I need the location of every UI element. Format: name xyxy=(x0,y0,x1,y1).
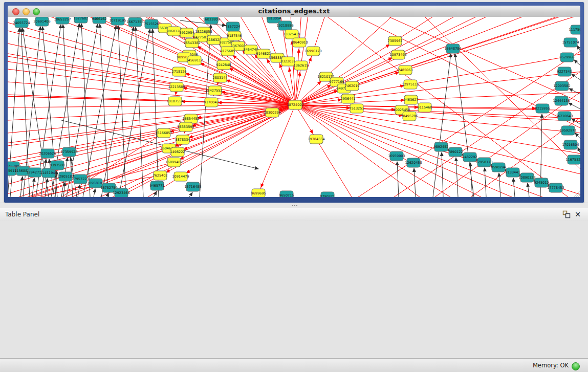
svg-text:14569117: 14569117 xyxy=(186,58,203,62)
network-canvas[interactable]: 2405572420691406106532571527602946616210… xyxy=(8,17,580,197)
network-node[interactable]: 20206526 xyxy=(39,149,56,158)
svg-text:9397588: 9397588 xyxy=(50,163,65,167)
network-node[interactable]: 16099489 xyxy=(165,158,182,167)
network-node[interactable]: 16033809 xyxy=(203,17,220,24)
network-node[interactable]: 9699695 xyxy=(251,189,266,197)
network-node[interactable]: 9650715 xyxy=(279,191,294,197)
network-node[interactable]: 9463627 xyxy=(404,95,419,104)
network-node[interactable]: 16854452 xyxy=(182,114,199,123)
memory-ok-indicator-icon[interactable] xyxy=(572,362,580,370)
canvas-resize-grip[interactable] xyxy=(574,191,580,196)
network-window-titlebar[interactable]: citations_edges.txt xyxy=(8,6,580,17)
network-node[interactable]: 15751074 xyxy=(562,38,579,47)
network-node[interactable]: 11675329 xyxy=(565,155,580,164)
network-node[interactable]: 12958173 xyxy=(475,158,492,167)
network-node[interactable]: 1527602 xyxy=(74,17,89,23)
svg-text:13325419: 13325419 xyxy=(283,32,300,36)
network-node[interactable]: 10890323 xyxy=(518,173,535,182)
network-node[interactable]: 17016504 xyxy=(562,140,579,149)
network-node[interactable]: 14569117 xyxy=(186,56,203,65)
network-node[interactable]: 9529966 xyxy=(560,53,575,62)
network-node[interactable]: 17957223 xyxy=(72,174,89,184)
network-node[interactable]: 7625402 xyxy=(153,171,168,180)
network-node[interactable]: 10107554 xyxy=(166,97,183,106)
svg-text:9699695: 9699695 xyxy=(251,191,266,195)
network-view-window[interactable]: citations_edges.txt 24055724206914061065… xyxy=(4,2,584,203)
network-node[interactable]: 13325419 xyxy=(283,30,300,39)
svg-text:17778453: 17778453 xyxy=(547,186,564,190)
network-node[interactable]: 16996170 xyxy=(304,47,321,56)
network-node[interactable]: 9892452 xyxy=(434,142,449,151)
network-node[interactable]: 8590294 xyxy=(491,163,506,172)
network-node[interactable]: 16671355 xyxy=(126,17,143,27)
network-node[interactable]: 7485063 xyxy=(398,65,413,75)
network-node[interactable]: 8215955 xyxy=(535,104,550,113)
network-node[interactable]: 7385967 xyxy=(388,36,403,46)
network-node[interactable]: 1362615 xyxy=(294,61,309,70)
network-node[interactable]: 5912954 xyxy=(180,28,194,37)
table-panel-body: ƒ(x) citations_edges.txt ▲▼ namein_degre… xyxy=(0,221,588,358)
network-node[interactable]: 9482292 xyxy=(463,152,477,162)
network-node[interactable]: 18300295 xyxy=(264,108,280,117)
network-node[interactable]: 19384554 xyxy=(308,135,324,144)
network-node[interactable]: 7513251 xyxy=(350,104,364,113)
network-node[interactable]: 9466162 xyxy=(92,17,107,24)
network-node[interactable]: 9227343 xyxy=(557,67,572,76)
network-node[interactable]: 8878334 xyxy=(176,135,190,144)
network-node[interactable]: 19218986 xyxy=(276,21,293,30)
close-panel-icon[interactable]: ✕ xyxy=(574,210,582,219)
network-node[interactable]: 16648784 xyxy=(444,44,461,53)
network-node[interactable]: 9245012 xyxy=(534,178,549,187)
network-node[interactable]: 9170042 xyxy=(204,98,219,107)
network-node[interactable]: 12093582 xyxy=(553,81,570,91)
application-window: citations_edges.txt 24055724206914061065… xyxy=(0,0,588,372)
network-node[interactable]: 9397588 xyxy=(50,161,65,170)
network-node[interactable]: 17778453 xyxy=(547,183,564,192)
network-node[interactable]: 10719195 xyxy=(109,17,126,25)
network-node[interactable]: 7462019 xyxy=(345,81,360,91)
network-node[interactable]: 9465771 xyxy=(150,181,165,190)
network-node[interactable]: 7857224 xyxy=(226,22,241,31)
network-node[interactable]: 18640910 xyxy=(291,38,308,47)
network-node[interactable]: 7890122 xyxy=(448,147,463,157)
network-node[interactable]: 10653257 xyxy=(54,17,71,24)
network-node[interactable]: 12620458 xyxy=(405,158,422,167)
network-node[interactable]: 12923468 xyxy=(113,188,129,197)
svg-text:10973493: 10973493 xyxy=(389,53,406,57)
network-hub-node[interactable]: 18724007 xyxy=(287,100,303,110)
network-node[interactable]: 19592971 xyxy=(559,126,576,135)
network-node[interactable]: 20691406 xyxy=(33,17,50,26)
network-node[interactable]: 11175074 xyxy=(569,25,580,34)
svg-text:16353594: 16353594 xyxy=(177,125,194,129)
network-node[interactable]: 9175685 xyxy=(221,47,235,56)
network-node[interactable]: 10973493 xyxy=(389,50,406,59)
network-node[interactable]: 16353594 xyxy=(177,122,194,132)
network-node[interactable]: 18495786 xyxy=(401,112,418,121)
network-node[interactable]: 17359928 xyxy=(60,147,77,157)
svg-text:12213589: 12213589 xyxy=(168,85,185,89)
network-node[interactable]: 12213589 xyxy=(168,82,185,92)
network-node[interactable]: 12444138 xyxy=(553,96,570,105)
network-node[interactable]: 2936441 xyxy=(341,94,356,103)
network-node[interactable]: 9242848 xyxy=(216,60,231,70)
network-node[interactable]: 2803144 xyxy=(213,73,228,82)
network-node[interactable]: 12975115 xyxy=(402,80,419,89)
network-node[interactable]: 9133441 xyxy=(506,168,520,177)
svg-text:16996170: 16996170 xyxy=(304,49,321,53)
network-node[interactable]: 7515526 xyxy=(144,19,159,29)
network-node[interactable]: 15716485 xyxy=(184,182,201,191)
float-panel-icon[interactable] xyxy=(562,210,571,218)
network-node[interactable]: 8427552 xyxy=(208,86,223,95)
network-node[interactable]: 1498222 xyxy=(170,147,185,157)
network-node[interactable]: 8790321 xyxy=(320,192,335,197)
network-node[interactable]: 15166857 xyxy=(155,128,172,138)
network-node[interactable]: 16210643 xyxy=(556,112,573,121)
network-node[interactable]: 16959003 xyxy=(388,151,405,161)
network-node[interactable]: 24055724 xyxy=(13,18,30,28)
network-node[interactable]: 10914479 xyxy=(172,172,189,181)
svg-text:16543382: 16543382 xyxy=(183,41,200,45)
network-node[interactable]: 9187546 xyxy=(227,31,242,40)
network-node[interactable]: 16543382 xyxy=(183,38,200,48)
network-node[interactable]: 9115460 xyxy=(418,103,432,112)
network-node[interactable]: 2718126 xyxy=(172,67,187,76)
